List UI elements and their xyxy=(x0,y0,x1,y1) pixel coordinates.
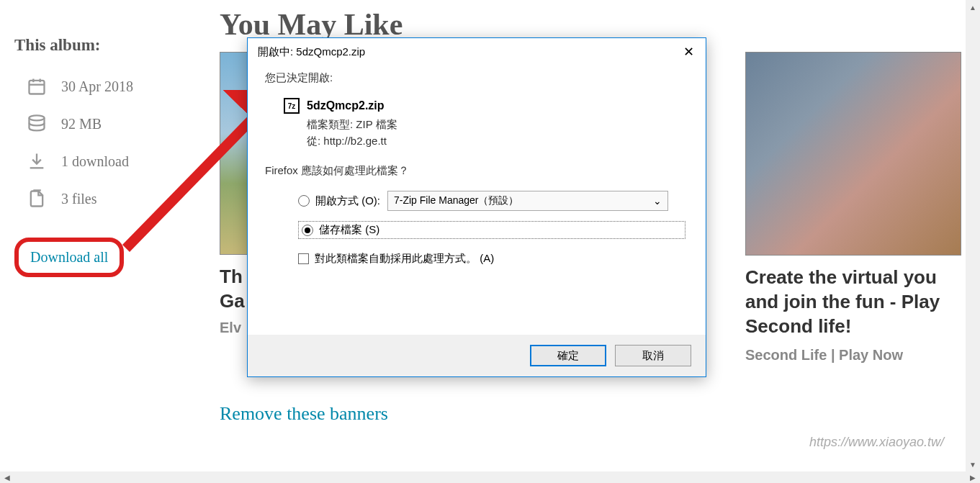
ad-card-right-image xyxy=(745,52,961,256)
remember-choice-option[interactable]: 對此類檔案自動採用此處理方式。 (A) xyxy=(298,252,688,266)
chevron-down-icon: ⌄ xyxy=(653,195,662,207)
dialog-opened-label: 您已決定開啟: xyxy=(265,71,688,85)
dialog-button-bar: 確定 取消 xyxy=(248,335,706,376)
dialog-filetype: 檔案類型: ZIP 檔案 xyxy=(307,118,688,132)
open-with-select[interactable]: 7-Zip File Manager（預設） ⌄ xyxy=(387,191,668,211)
save-file-option[interactable]: 儲存檔案 (S) xyxy=(298,221,685,239)
dialog-from: 從: http://b2.ge.tt xyxy=(307,135,688,148)
dialog-filename: 5dzQmcp2.zip xyxy=(307,99,385,112)
svg-rect-0 xyxy=(30,81,45,94)
dialog-titlebar[interactable]: 開啟中: 5dzQmcp2.zip ✕ xyxy=(248,38,706,66)
files-icon xyxy=(25,187,48,210)
svg-point-4 xyxy=(30,115,45,120)
dialog-title: 開啟中: 5dzQmcp2.zip xyxy=(258,45,365,59)
ok-button[interactable]: 確定 xyxy=(530,345,606,366)
scroll-up-icon[interactable]: ▲ xyxy=(966,0,980,14)
calendar-icon xyxy=(25,75,48,98)
sidebar-size-item: 92 MB xyxy=(14,112,187,135)
sidebar-files-item: 3 files xyxy=(14,187,187,210)
watermark: https://www.xiaoyao.tw/ xyxy=(809,435,944,450)
scroll-down-icon[interactable]: ▼ xyxy=(966,457,980,471)
dialog-file-row: 7z 5dzQmcp2.zip xyxy=(284,98,688,114)
sidebar-date-item: 30 Apr 2018 xyxy=(14,75,187,98)
ad-card-right[interactable]: Create the virtual you and join the fun … xyxy=(745,52,961,364)
scroll-left-icon[interactable]: ◀ xyxy=(0,471,14,483)
ad-card-right-title: Create the virtual you and join the fun … xyxy=(745,266,961,338)
sidebar-size-text: 92 MB xyxy=(61,116,102,132)
download-all-highlight: Download all xyxy=(14,238,124,277)
scroll-right-icon[interactable]: ▶ xyxy=(966,471,980,483)
download-icon xyxy=(25,150,48,173)
save-file-label: 儲存檔案 (S) xyxy=(319,223,379,237)
checkbox-remember[interactable] xyxy=(298,253,309,264)
vertical-scrollbar[interactable]: ▲ ▼ xyxy=(966,0,980,471)
database-icon xyxy=(25,112,48,135)
sidebar-downloads-item: 1 download xyxy=(14,150,187,173)
horizontal-scrollbar[interactable]: ◀ ▶ xyxy=(0,471,980,483)
radio-save-file[interactable] xyxy=(302,225,313,236)
remember-label: 對此類檔案自動採用此處理方式。 (A) xyxy=(315,252,494,266)
sidebar-files-text: 3 files xyxy=(61,191,96,207)
open-with-label: 開啟方式 (O): xyxy=(315,194,380,208)
close-icon[interactable]: ✕ xyxy=(671,39,706,65)
radio-open-with[interactable] xyxy=(298,195,310,207)
download-all-link[interactable]: Download all xyxy=(30,249,108,265)
open-with-option[interactable]: 開啟方式 (O): 7-Zip File Manager（預設） ⌄ xyxy=(298,191,688,211)
sidebar-downloads-text: 1 download xyxy=(61,153,129,170)
ad-card-right-subtitle: Second Life | Play Now xyxy=(745,347,961,364)
zip-icon: 7z xyxy=(284,98,300,114)
sidebar-date-text: 30 Apr 2018 xyxy=(61,78,133,95)
page-heading: You May Like xyxy=(220,7,403,42)
dialog-question: Firefox 應該如何處理此檔案？ xyxy=(265,164,688,178)
sidebar-title: This album: xyxy=(14,36,187,55)
cancel-button[interactable]: 取消 xyxy=(615,345,691,366)
remove-banners-link[interactable]: Remove these banners xyxy=(220,403,388,425)
download-dialog: 開啟中: 5dzQmcp2.zip ✕ 您已決定開啟: 7z 5dzQmcp2.… xyxy=(247,37,706,377)
sidebar: This album: 30 Apr 2018 92 MB 1 download… xyxy=(14,36,187,277)
